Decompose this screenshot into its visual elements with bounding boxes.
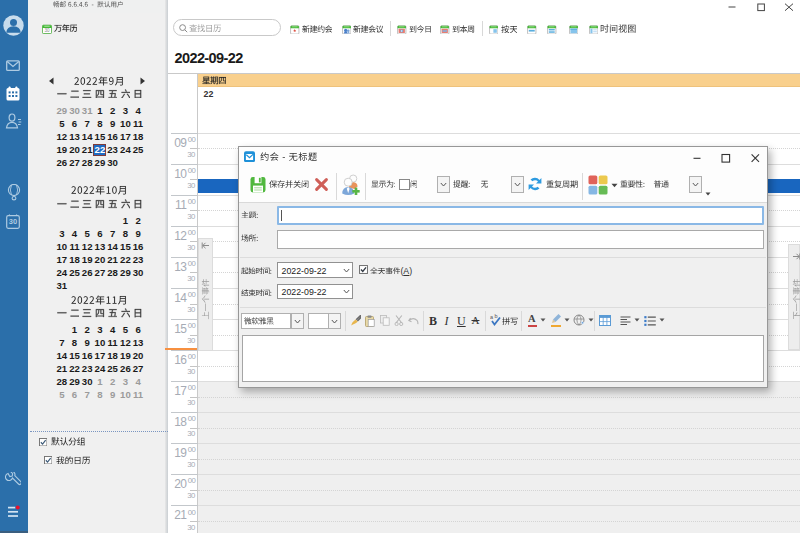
svg-text:30: 30 [44, 28, 50, 33]
svg-text:b: b [495, 314, 498, 319]
svg-text:a: a [490, 314, 494, 320]
